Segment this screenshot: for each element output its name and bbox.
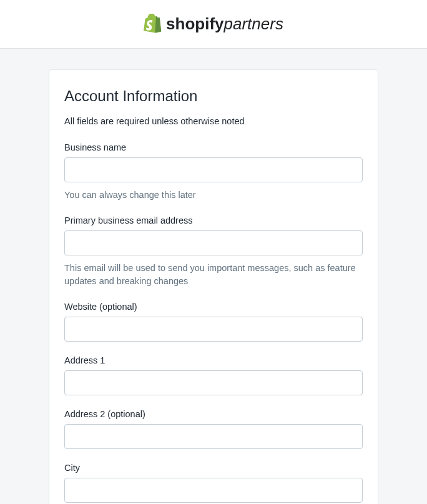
field-business-name: Business name You can always change this… [64,142,363,202]
card-subtitle: All fields are required unless otherwise… [64,116,363,126]
field-primary-email: Primary business email address This emai… [64,215,363,288]
brand-name-bold: shopify [166,14,223,33]
business-name-label: Business name [64,142,363,152]
field-city: City [64,463,363,503]
brand-logo: shopifypartners [144,14,283,35]
field-address1: Address 1 [64,355,363,395]
website-input[interactable] [64,317,363,342]
address2-label: Address 2 (optional) [64,409,363,419]
primary-email-help: This email will be used to send you impo… [64,262,363,288]
field-website: Website (optional) [64,302,363,342]
business-name-input[interactable] [64,157,363,182]
card-title: Account Information [64,87,363,105]
website-label: Website (optional) [64,302,363,312]
field-address2: Address 2 (optional) [64,409,363,449]
business-name-help: You can always change this later [64,189,363,202]
address1-label: Address 1 [64,355,363,365]
brand-name-light: partners [224,14,283,33]
address2-input[interactable] [64,424,363,449]
city-input[interactable] [64,478,363,503]
page-header: shopifypartners [0,0,427,49]
primary-email-label: Primary business email address [64,215,363,225]
shopify-bag-icon [144,14,162,35]
brand-name: shopifypartners [166,14,283,34]
account-information-card: Account Information All fields are requi… [49,70,378,504]
city-label: City [64,463,363,473]
address1-input[interactable] [64,370,363,395]
primary-email-input[interactable] [64,230,363,255]
